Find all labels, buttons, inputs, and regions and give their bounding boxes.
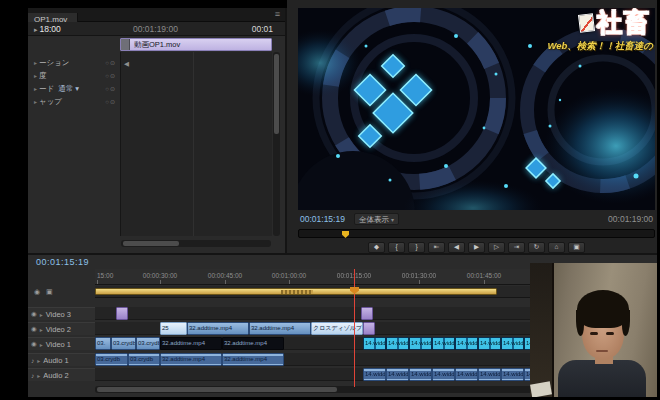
timeline-clip[interactable]: 14.widds [363,337,386,350]
effects-mini-timeline[interactable]: ◀ [121,52,272,236]
track-expand-icon[interactable]: ▸ [40,341,43,348]
timeline-clip[interactable] [363,322,375,335]
timeline-clip[interactable]: 14.widds [455,368,478,381]
export-frame-button[interactable]: ▣ [568,242,585,253]
timecode-out[interactable]: 00:01 [252,24,273,34]
twirl-icon[interactable]: ▸ [34,85,37,92]
track-output-icon[interactable]: ◉ [31,325,37,333]
mark-out-button[interactable]: } [408,242,425,253]
play-button[interactable]: ▶ [468,242,485,253]
track-mute-icon[interactable]: ♪ [31,372,34,379]
go-to-out-button[interactable]: ⇥ [508,242,525,253]
work-area-handle[interactable] [281,290,313,294]
go-to-in-button[interactable]: ⇤ [428,242,445,253]
source-clip-bar[interactable]: 動画OP1.mov [120,38,272,51]
program-scrubber[interactable] [298,229,655,238]
timeline-clip[interactable]: 14.widds [478,368,501,381]
timeline-clip[interactable]: 03.crydb [128,353,160,366]
presenter-eye [606,332,614,335]
timeline-clip[interactable]: 14.widds [386,337,409,350]
timeline-timecode[interactable]: 00:01:15:19 [36,257,89,267]
timeline-clip[interactable] [361,307,373,320]
source-vertical-scrollbar[interactable] [273,52,280,236]
scrollbar-thumb[interactable] [274,54,279,134]
track-header-audio-1[interactable]: ♪▸Audio 1 [28,353,95,366]
mark-in-button[interactable]: { [388,242,405,253]
safe-margins-button[interactable]: ⌂ [548,242,565,253]
timeline-clip[interactable]: 14.widds [409,337,432,350]
timecode-duration: 00:01:19:00 [133,24,178,34]
property-toggle-icons[interactable]: ○⊙ [105,98,120,105]
track-expand-icon[interactable]: ▸ [37,372,40,379]
add-marker-button[interactable]: ◆ [368,242,385,253]
effect-property-row[interactable]: ▸度○⊙ [28,69,120,82]
timeline-clip[interactable]: 03.crydb [95,353,128,366]
scrollbar-thumb[interactable] [97,387,337,392]
track-output-icon[interactable]: ◉ [31,310,37,318]
set-marker-icon[interactable]: ▣ [46,288,53,296]
timeline-clip[interactable]: 14.widds [432,368,455,381]
track-header-video-1[interactable]: ◉▸Video 1 [28,337,95,350]
timeline-clip[interactable]: 14.widds [501,368,524,381]
program-timecode-current[interactable]: 00:01:15:19 [300,214,345,224]
step-forward-button[interactable]: ▷ [488,242,505,253]
track-header-video-3[interactable]: ◉▸Video 3 [28,307,95,320]
timeline-clip[interactable]: 25 [160,322,187,335]
timeline-clip[interactable]: 03. [95,337,111,350]
timeline-clip[interactable]: 14.widds [386,368,409,381]
clip-bar-handle[interactable] [121,39,130,50]
timecode-in[interactable]: ▸18:00 [34,24,61,34]
presenter-mouth [596,350,608,352]
twirl-icon[interactable]: ▸ [34,98,37,105]
track-header-video-2[interactable]: ◉▸Video 2 [28,322,95,335]
scrollbar-thumb[interactable] [123,241,179,246]
timeline-clip[interactable]: 14.widds [501,337,524,350]
effect-properties: ▸ーション○⊙▸度○⊙▸ード通常 ▾○⊙▸ャップ○⊙ [28,56,120,108]
loop-button[interactable]: ↻ [528,242,545,253]
property-value-dropdown[interactable]: 通常 ▾ [58,84,79,94]
track-output-icon[interactable]: ◉ [31,340,37,348]
track-expand-icon[interactable]: ▸ [40,311,43,318]
effect-property-row[interactable]: ▸ーション○⊙ [28,56,120,69]
panel-menu-icon[interactable]: ≡ [275,9,280,19]
timeline-clip[interactable]: 32.addtime.mp4 [160,353,222,366]
timeline-clip[interactable]: 32.addtime.mp4 [222,337,284,350]
timeline-clip[interactable]: 14.widds [478,337,501,350]
property-toggle-icons[interactable]: ○⊙ [105,85,120,92]
timeline-clip[interactable]: 14.widds [432,337,455,350]
timeline-clip[interactable]: 14.widds [363,368,386,381]
timeline-clip[interactable]: 32.addtime.mp4 [160,337,222,350]
playhead-line[interactable] [354,269,355,387]
scrubber-playhead[interactable] [342,231,349,238]
track-header-audio-2[interactable]: ♪▸Audio 2 [28,368,95,381]
step-back-button[interactable]: ◀ [448,242,465,253]
timeline-clip[interactable]: 32.addtime.mp4 [249,322,311,335]
timeline-clip[interactable]: 32.addtime.mp4 [222,353,284,366]
timeline-clip[interactable]: クロスディゾルブ [311,322,363,335]
track-mute-icon[interactable]: ♪ [31,357,34,364]
timeline-clip[interactable]: 32.addtime.mp4 [187,322,249,335]
overlay-subtitle-text: Web、検索！！社畜達の [547,40,653,53]
source-horizontal-scrollbar[interactable] [121,240,271,247]
presenter-body [558,360,646,400]
effect-property-row[interactable]: ▸ャップ○⊙ [28,95,120,108]
track-expand-icon[interactable]: ▸ [37,357,40,364]
timeline-clip[interactable]: 03.crydb [136,337,160,350]
timeline-clip[interactable]: 14.widds [455,337,478,350]
program-preview[interactable]: 社畜 Web、検索！！社畜達の [298,8,655,210]
timeline-clip[interactable]: 03.crydb [111,337,136,350]
ruler-label: 15:00 [97,272,113,279]
effect-property-row[interactable]: ▸ード通常 ▾○⊙ [28,82,120,95]
ruler-tick [289,280,290,284]
property-toggle-icons[interactable]: ○⊙ [105,72,120,79]
keyframe-nav-icon[interactable]: ◀ [124,60,129,68]
timeline-clip[interactable] [116,307,128,320]
twirl-icon[interactable]: ▸ [34,72,37,79]
twirl-icon[interactable]: ▸ [34,59,37,66]
timeline-clip[interactable]: 14.widds [409,368,432,381]
property-toggle-icons[interactable]: ○⊙ [105,59,120,66]
view-mode-select[interactable]: 全体表示 ▾ [354,213,399,225]
snap-icon[interactable]: ◉ [34,288,40,296]
track-expand-icon[interactable]: ▸ [40,326,43,333]
work-area-bar[interactable] [95,288,497,295]
